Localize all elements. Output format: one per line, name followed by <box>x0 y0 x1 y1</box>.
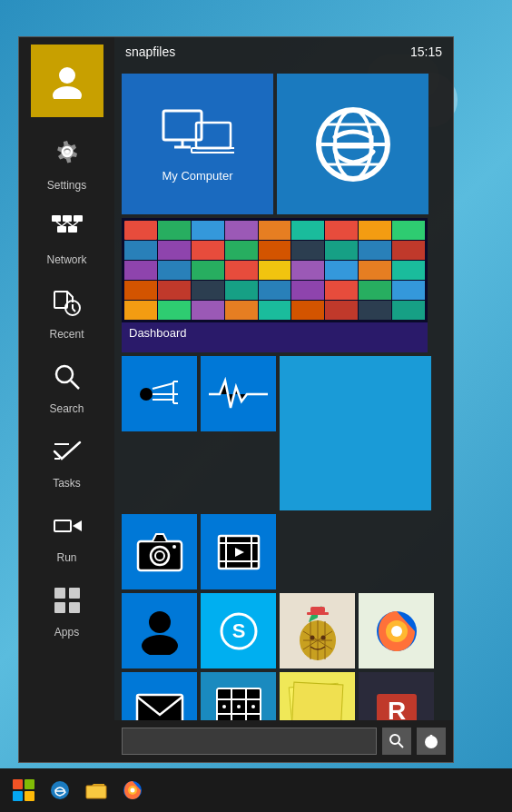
user-profile-button[interactable] <box>31 45 103 117</box>
tile-row-3 <box>122 356 446 510</box>
svg-rect-6 <box>63 215 72 222</box>
taskbar-firefox-button[interactable] <box>116 774 149 807</box>
r-app-icon: R <box>373 687 420 721</box>
svg-point-67 <box>310 635 314 639</box>
search-label: Search <box>49 402 84 415</box>
svg-point-18 <box>56 366 73 382</box>
tile-pineapple[interactable] <box>280 593 355 668</box>
my-computer-icon <box>162 106 234 165</box>
network-label: Network <box>46 253 86 266</box>
search-bar-area <box>114 720 453 762</box>
svg-point-68 <box>320 635 325 639</box>
time-display: 15:15 <box>410 45 442 59</box>
network-icon <box>49 210 85 246</box>
user-avatar-icon <box>49 63 85 99</box>
tile-contacts[interactable] <box>122 593 197 668</box>
recent-label: Recent <box>49 328 84 341</box>
tile-mail[interactable] <box>122 672 197 720</box>
mail-icon <box>135 691 184 721</box>
svg-point-80 <box>222 705 226 708</box>
tile-large-blue[interactable] <box>280 356 431 510</box>
dashboard-label: Dashboard <box>122 322 428 343</box>
sidebar-item-settings[interactable]: Settings <box>19 126 114 201</box>
svg-point-88 <box>390 735 399 744</box>
svg-point-73 <box>391 626 402 637</box>
sidebar-item-run[interactable]: Run <box>19 499 114 573</box>
svg-point-92 <box>51 781 69 799</box>
svg-point-49 <box>155 551 164 560</box>
svg-rect-5 <box>52 215 61 222</box>
sidebar-item-network[interactable]: Network <box>19 201 114 275</box>
skype-icon: S <box>214 607 263 656</box>
tasks-label: Tasks <box>53 477 81 490</box>
apps-icon <box>49 582 85 619</box>
taskbar-ie-icon <box>49 779 71 801</box>
tile-activity[interactable] <box>201 356 276 431</box>
taskbar-ie-button[interactable] <box>44 774 76 807</box>
svg-rect-22 <box>54 520 71 531</box>
tile-row-4 <box>122 514 446 589</box>
tile-row-2: Dashboard <box>122 218 446 352</box>
username-label: snapfiles <box>125 45 175 59</box>
run-label: Run <box>56 551 76 564</box>
firefox-icon <box>370 605 423 658</box>
power-button[interactable] <box>417 728 446 755</box>
run-icon <box>49 508 85 544</box>
taskbar-explorer-icon <box>84 780 108 800</box>
svg-rect-9 <box>68 226 77 233</box>
sidebar-item-recent[interactable]: Recent <box>19 275 114 350</box>
apps-label: Apps <box>54 626 79 639</box>
svg-point-57 <box>149 611 171 633</box>
svg-point-4 <box>65 150 69 153</box>
stats-icon <box>137 376 182 412</box>
sidebar-item-search[interactable]: Search <box>19 350 114 424</box>
tile-skype[interactable]: S <box>201 593 276 668</box>
tile-my-computer[interactable]: My Computer <box>122 74 273 214</box>
tile-sticky-notes[interactable] <box>280 672 355 720</box>
settings-label: Settings <box>47 179 86 192</box>
my-computer-label: My Computer <box>162 169 232 183</box>
svg-line-12 <box>67 222 73 226</box>
svg-point-58 <box>142 635 178 655</box>
svg-point-0 <box>59 67 75 84</box>
tile-calendar[interactable] <box>201 672 276 720</box>
svg-text:S: S <box>231 619 245 642</box>
tile-camera[interactable] <box>122 514 197 589</box>
svg-marker-23 <box>73 520 82 531</box>
svg-point-39 <box>140 388 153 401</box>
search-input[interactable] <box>122 728 377 755</box>
tiles-container: My Computer <box>114 66 453 720</box>
recent-icon <box>49 284 85 321</box>
sticky-front <box>291 682 344 720</box>
tile-firefox[interactable] <box>359 593 434 668</box>
video-icon <box>215 532 262 572</box>
taskbar-start-button[interactable] <box>7 774 40 807</box>
sidebar-item-apps[interactable]: Apps <box>19 573 114 648</box>
tile-video[interactable] <box>201 514 276 589</box>
tile-internet-explorer[interactable] <box>277 74 428 214</box>
sidebar-item-tasks[interactable]: Tasks <box>19 424 114 499</box>
tile-stats[interactable] <box>122 356 197 431</box>
taskbar-firefox-icon <box>121 778 144 802</box>
tile-row-5: S <box>122 593 446 668</box>
tile-dashboard[interactable]: Dashboard <box>122 218 428 352</box>
menu-header: snapfiles 15:15 <box>114 37 453 66</box>
svg-rect-26 <box>54 602 65 613</box>
search-button[interactable] <box>382 728 411 755</box>
tile-row-1: My Computer <box>122 74 446 214</box>
taskbar-file-explorer-button[interactable] <box>80 774 113 807</box>
start-menu: Settings Network <box>18 36 454 763</box>
svg-rect-75 <box>217 688 261 721</box>
tile-r-app[interactable]: R <box>359 672 434 720</box>
svg-line-10 <box>56 222 62 226</box>
svg-line-13 <box>73 222 78 226</box>
ie-logo-icon <box>308 99 399 190</box>
svg-line-40 <box>153 383 173 389</box>
svg-rect-33 <box>192 148 234 153</box>
svg-point-81 <box>237 705 241 708</box>
tiles-area: snapfiles 15:15 <box>114 37 453 762</box>
svg-line-17 <box>73 309 75 312</box>
power-icon <box>423 733 439 749</box>
camera-icon <box>136 532 183 572</box>
settings-icon <box>49 135 85 172</box>
